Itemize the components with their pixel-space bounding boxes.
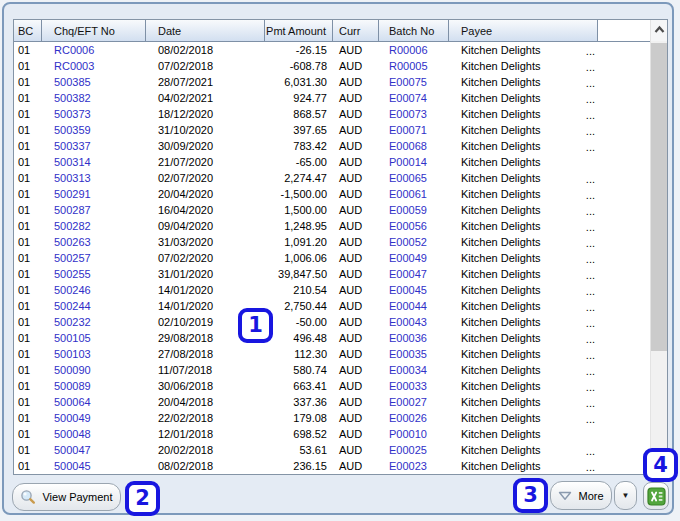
cell-batch[interactable]: E00026	[379, 410, 449, 426]
table-row[interactable]: 0150024614/01/2020210.54AUDE00045Kitchen…	[14, 282, 650, 298]
cell-batch[interactable]: E00061	[379, 186, 449, 202]
scrollbar-thumb[interactable]	[651, 43, 667, 351]
cell-batch[interactable]: E00035	[379, 346, 449, 362]
cell-batch[interactable]: E00065	[379, 170, 449, 186]
cell-batch[interactable]: E00047	[379, 266, 449, 282]
cell-chq[interactable]: 500373	[42, 106, 146, 122]
cell-batch[interactable]: E00023	[379, 458, 449, 474]
cell-chq[interactable]: 500291	[42, 186, 146, 202]
cell-curr: AUD	[333, 282, 379, 298]
cell-chq[interactable]: 500045	[42, 458, 146, 474]
cell-batch[interactable]: E00043	[379, 314, 449, 330]
cell-chq[interactable]: RC0006	[42, 42, 146, 58]
table-row[interactable]: 0150004720/02/201853.61AUDE00025Kitchen …	[14, 442, 650, 458]
header-payee[interactable]: Payee	[449, 20, 598, 41]
header-blank[interactable]	[598, 20, 650, 41]
table-row[interactable]: 0150008930/06/2018663.41AUDE00033Kitchen…	[14, 378, 650, 394]
cell-batch[interactable]: R00006	[379, 42, 449, 58]
cell-chq[interactable]: 500089	[42, 378, 146, 394]
cell-chq[interactable]: 500313	[42, 170, 146, 186]
table-row[interactable]: 0150010327/08/2018112.30AUDE00035Kitchen…	[14, 346, 650, 362]
more-button[interactable]: More	[550, 481, 612, 510]
cell-chq[interactable]: 500255	[42, 266, 146, 282]
table-row[interactable]: 0150031421/07/2020-65.00AUDP00014Kitchen…	[14, 154, 650, 170]
cell-batch[interactable]: E00034	[379, 362, 449, 378]
cell-chq[interactable]: 500244	[42, 298, 146, 314]
cell-chq[interactable]: RC0003	[42, 58, 146, 74]
cell-batch[interactable]: P00010	[379, 426, 449, 442]
cell-chq[interactable]: 500064	[42, 394, 146, 410]
table-row[interactable]: 0150023202/10/2019-50.00AUDE00043Kitchen…	[14, 314, 650, 330]
cell-batch[interactable]: E00052	[379, 234, 449, 250]
table-row[interactable]: 0150028716/04/20201,500.00AUDE00059Kitch…	[14, 202, 650, 218]
cell-batch[interactable]: E00071	[379, 122, 449, 138]
cell-batch[interactable]: E00073	[379, 106, 449, 122]
table-row[interactable]: 0150026331/03/20201,091.20AUDE00052Kitch…	[14, 234, 650, 250]
cell-batch[interactable]: R00005	[379, 58, 449, 74]
table-row[interactable]: 0150029120/04/2020-1,500.00AUDE00061Kitc…	[14, 186, 650, 202]
cell-batch[interactable]: E00045	[379, 282, 449, 298]
cell-batch[interactable]: E00056	[379, 218, 449, 234]
cell-batch[interactable]: E00036	[379, 330, 449, 346]
cell-batch[interactable]: E00074	[379, 90, 449, 106]
cell-batch[interactable]: E00068	[379, 138, 449, 154]
cell-date: 11/07/2018	[146, 362, 265, 378]
cell-batch[interactable]: E00027	[379, 394, 449, 410]
row-ellipsis: ...	[586, 237, 595, 249]
cell-chq[interactable]: 500090	[42, 362, 146, 378]
header-batch[interactable]: Batch No	[379, 20, 449, 41]
view-payment-button[interactable]: View Payment	[12, 483, 121, 511]
cell-chq[interactable]: 500282	[42, 218, 146, 234]
header-chq[interactable]: Chq/EFT No	[42, 20, 146, 41]
cell-batch[interactable]: E00025	[379, 442, 449, 458]
cell-chq[interactable]: 500337	[42, 138, 146, 154]
cell-batch[interactable]: P00014	[379, 154, 449, 170]
cell-chq[interactable]: 500103	[42, 346, 146, 362]
cell-batch[interactable]: E00049	[379, 250, 449, 266]
table-row[interactable]: 0150004922/02/2018179.08AUDE00026Kitchen…	[14, 410, 650, 426]
table-row[interactable]: 0150006420/04/2018337.36AUDE00027Kitchen…	[14, 394, 650, 410]
cell-chq[interactable]: 500314	[42, 154, 146, 170]
table-row[interactable]: 0150038204/02/2021924.77AUDE00074Kitchen…	[14, 90, 650, 106]
table-row[interactable]: 0150004508/02/2018236.15AUDE00023Kitchen…	[14, 458, 650, 474]
cell-batch[interactable]: E00044	[379, 298, 449, 314]
cell-chq[interactable]: 500105	[42, 330, 146, 346]
cell-batch[interactable]: E00059	[379, 202, 449, 218]
table-row[interactable]: 0150025707/02/20201,006.06AUDE00049Kitch…	[14, 250, 650, 266]
table-row[interactable]: 0150004812/01/2018698.52AUDP00010Kitchen…	[14, 426, 650, 442]
table-row[interactable]: 01RC000608/02/2018-26.15AUDR00006Kitchen…	[14, 42, 650, 58]
cell-chq[interactable]: 500049	[42, 410, 146, 426]
cell-chq[interactable]: 500257	[42, 250, 146, 266]
cell-chq[interactable]: 500385	[42, 74, 146, 90]
vertical-scrollbar[interactable]	[650, 20, 667, 474]
table-row[interactable]: 0150024414/01/20202,750.44AUDE00044Kitch…	[14, 298, 650, 314]
cell-chq[interactable]: 500382	[42, 90, 146, 106]
table-row[interactable]: 0150009011/07/2018580.74AUDE00034Kitchen…	[14, 362, 650, 378]
header-curr[interactable]: Curr	[333, 20, 379, 41]
cell-chq[interactable]: 500359	[42, 122, 146, 138]
header-bc[interactable]: BC	[14, 20, 42, 41]
table-row[interactable]: 0150033730/09/2020783.42AUDE00068Kitchen…	[14, 138, 650, 154]
export-excel-button[interactable]	[643, 482, 669, 510]
more-dropdown-button[interactable]: ▼	[614, 481, 637, 510]
cell-chq[interactable]: 500048	[42, 426, 146, 442]
table-row[interactable]: 0150038528/07/20216,031.30AUDE00075Kitch…	[14, 74, 650, 90]
table-row[interactable]: 0150010529/08/2018496.48AUDE00036Kitchen…	[14, 330, 650, 346]
table-row[interactable]: 0150035931/10/2020397.65AUDE00071Kitchen…	[14, 122, 650, 138]
table-row[interactable]: 0150031302/07/20202,274.47AUDE00065Kitch…	[14, 170, 650, 186]
header-amt[interactable]: Pmt Amount	[265, 20, 333, 41]
cell-chq[interactable]: 500263	[42, 234, 146, 250]
cell-chq[interactable]: 500287	[42, 202, 146, 218]
cell-chq[interactable]: 500232	[42, 314, 146, 330]
cell-batch[interactable]: E00033	[379, 378, 449, 394]
cell-batch[interactable]: E00075	[379, 74, 449, 90]
table-row[interactable]: 0150028209/04/20201,248.95AUDE00056Kitch…	[14, 218, 650, 234]
cell-chq[interactable]: 500246	[42, 282, 146, 298]
table-row[interactable]: 01RC000307/02/2018-608.78AUDR00005Kitche…	[14, 58, 650, 74]
header-date[interactable]: Date	[146, 20, 265, 41]
cell-chq[interactable]: 500047	[42, 442, 146, 458]
scroll-up-button[interactable]	[651, 20, 667, 41]
payee-name: Kitchen Delights	[461, 204, 541, 216]
table-row[interactable]: 0150037318/12/2020868.57AUDE00073Kitchen…	[14, 106, 650, 122]
table-row[interactable]: 0150025531/01/202039,847.50AUDE00047Kitc…	[14, 266, 650, 282]
